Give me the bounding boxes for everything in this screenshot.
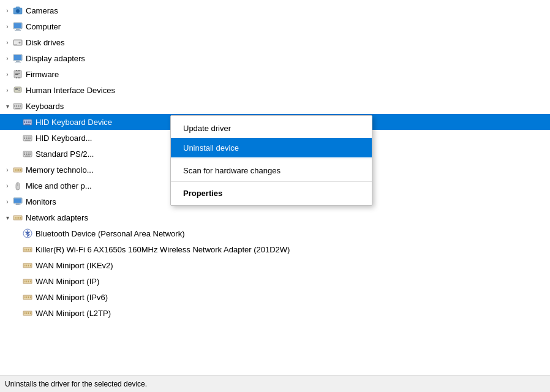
svg-rect-19 <box>16 70 17 71</box>
expand-hid[interactable] <box>2 85 12 95</box>
svg-rect-54 <box>28 138 29 140</box>
svg-rect-56 <box>25 140 30 141</box>
svg-rect-17 <box>15 73 20 74</box>
display-adapters-label: Display adapters <box>26 54 548 63</box>
svg-rect-107 <box>30 312 31 314</box>
expand-hid-keyboard-1 <box>12 117 22 127</box>
svg-rect-2 <box>16 7 20 9</box>
tree-item-cameras[interactable]: Cameras <box>0 2 550 18</box>
network-adapters-icon <box>12 212 23 223</box>
tree-item-wan-ikev2[interactable]: WAN Miniport (IKEv2) <box>0 257 550 273</box>
svg-rect-63 <box>26 154 27 156</box>
context-menu-separator-2 <box>171 181 372 182</box>
computer-icon <box>12 21 23 32</box>
svg-rect-86 <box>28 249 29 251</box>
svg-rect-94 <box>24 281 26 282</box>
tree-item-wan-ip[interactable]: WAN Miniport (IP) <box>0 273 550 289</box>
tree-item-network-adapters[interactable]: Network adapters <box>0 209 550 225</box>
tree-item-wan-l2tp[interactable]: WAN Miniport (L2TP) <box>0 305 550 321</box>
svg-rect-36 <box>15 108 20 109</box>
tree-item-bluetooth[interactable]: Bluetooth Device (Personal Area Network) <box>0 225 550 241</box>
svg-rect-24 <box>15 88 18 90</box>
tree-item-firmware[interactable]: Firmware <box>0 66 550 82</box>
expand-monitors[interactable] <box>2 197 12 206</box>
svg-rect-62 <box>24 154 25 156</box>
wan-ikev2-label: WAN Miniport (IKEv2) <box>36 261 548 270</box>
tree-item-display-adapters[interactable]: Display adapters <box>0 50 550 66</box>
keyboards-label: Keyboards <box>26 102 548 111</box>
wan-ikev2-icon <box>22 260 33 271</box>
svg-rect-51 <box>29 137 31 138</box>
svg-rect-100 <box>26 296 28 298</box>
status-bar-text: Uninstalls the driver for the selected d… <box>5 380 147 388</box>
tree-item-killer-wifi[interactable]: Killer(R) Wi-Fi 6 AX1650s 160MHz Wireles… <box>0 241 550 257</box>
expand-network-adapters[interactable] <box>2 213 12 222</box>
tree-item-wan-ipv6[interactable]: WAN Miniport (IPv6) <box>0 289 550 305</box>
context-menu: Update driver Uninstall device Scan for … <box>170 115 372 206</box>
svg-rect-106 <box>28 312 29 314</box>
killer-wifi-label: Killer(R) Wi-Fi 6 AX1650s 160MHz Wireles… <box>36 245 548 254</box>
context-menu-update-driver[interactable]: Update driver <box>171 118 372 138</box>
svg-rect-41 <box>29 121 31 122</box>
keyboards-icon <box>12 100 23 111</box>
cameras-icon <box>12 5 23 16</box>
expand-memory[interactable] <box>2 165 12 175</box>
svg-rect-70 <box>18 169 20 171</box>
svg-rect-91 <box>28 265 29 266</box>
expand-disk-drives[interactable] <box>2 37 12 47</box>
svg-rect-60 <box>28 153 29 154</box>
tree-item-hid[interactable]: Human Interface Devices <box>0 82 550 98</box>
disk-drives-label: Disk drives <box>26 38 548 47</box>
svg-rect-96 <box>28 281 29 282</box>
svg-rect-97 <box>30 281 31 282</box>
svg-rect-61 <box>29 153 31 154</box>
svg-point-9 <box>19 42 21 43</box>
expand-display-adapters[interactable] <box>2 53 12 63</box>
svg-rect-84 <box>24 249 26 251</box>
expand-firmware[interactable] <box>2 69 12 79</box>
svg-point-1 <box>16 9 20 13</box>
context-menu-scan-hardware[interactable]: Scan for hardware changes <box>171 160 372 180</box>
bluetooth-label: Bluetooth Device (Personal Area Network) <box>36 229 548 238</box>
context-menu-uninstall-device[interactable]: Uninstall device <box>171 138 372 157</box>
context-menu-separator <box>171 159 372 159</box>
scan-hardware-label: Scan for hardware changes <box>183 166 281 175</box>
disk-drives-icon <box>12 37 23 48</box>
svg-rect-6 <box>14 23 21 28</box>
expand-wan-ip <box>12 276 22 286</box>
expand-hid-keyboard-2 <box>12 133 22 143</box>
cameras-label: Cameras <box>26 6 548 15</box>
expand-mice[interactable] <box>2 181 12 190</box>
expand-computer[interactable] <box>2 21 12 31</box>
svg-rect-5 <box>15 30 21 31</box>
hid-keyboard-1-icon <box>22 116 33 127</box>
tree-item-disk-drives[interactable]: Disk drives <box>0 34 550 50</box>
svg-rect-39 <box>26 121 27 122</box>
firmware-label: Firmware <box>26 70 548 79</box>
tree-item-keyboards[interactable]: Keyboards <box>0 98 550 114</box>
svg-rect-22 <box>18 77 20 78</box>
monitors-icon <box>12 196 23 207</box>
svg-rect-48 <box>24 137 25 138</box>
expand-killer-wifi <box>12 244 22 254</box>
expand-wan-ikev2 <box>12 260 22 270</box>
svg-rect-44 <box>28 123 29 124</box>
hid-label: Human Interface Devices <box>26 86 548 95</box>
svg-rect-58 <box>24 153 25 154</box>
hid-keyboard-2-icon <box>22 132 33 143</box>
svg-rect-74 <box>16 203 20 205</box>
tree-item-computer[interactable]: Computer <box>0 18 550 34</box>
expand-cameras[interactable] <box>2 6 12 15</box>
context-menu-properties[interactable]: Properties <box>171 183 372 203</box>
svg-rect-32 <box>14 107 15 108</box>
update-driver-label: Update driver <box>183 124 231 133</box>
expand-standard-ps2 <box>12 149 22 159</box>
svg-rect-76 <box>14 198 21 203</box>
expand-wan-ipv6 <box>12 292 22 302</box>
svg-rect-104 <box>24 312 26 314</box>
hid-icon <box>12 85 23 96</box>
expand-keyboards[interactable] <box>2 101 12 111</box>
svg-rect-18 <box>15 74 18 75</box>
svg-rect-66 <box>25 156 30 157</box>
svg-rect-64 <box>28 154 29 156</box>
